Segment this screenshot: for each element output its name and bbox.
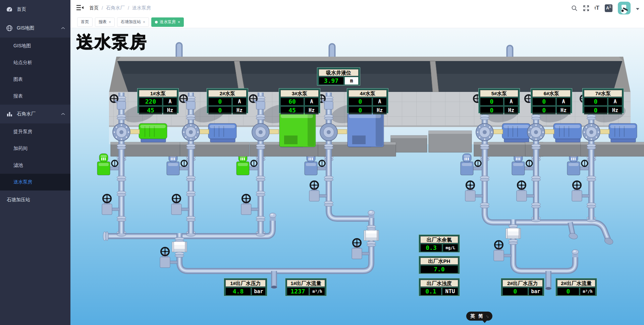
- sidebar-item-home[interactable]: 首页: [0, 0, 70, 19]
- pump-6-display: 6#水泵 0A 0Hz: [531, 89, 572, 113]
- active-dot-icon: [155, 21, 158, 23]
- globe-icon: [6, 25, 13, 32]
- chevron-up-icon: [61, 113, 65, 115]
- breadcrumb: 首页 / 石角水厂 / 送水泵房: [89, 0, 151, 16]
- sidebar-item-filter[interactable]: 滤池: [0, 157, 70, 174]
- outlet-chlorine-display: 出厂水余氯 0.3mg/L: [419, 235, 460, 252]
- avatar[interactable]: [618, 2, 631, 14]
- sidebar-item-shitang-station[interactable]: 石塘加压站: [0, 191, 70, 209]
- sidebar-item-label: 首页: [17, 6, 26, 12]
- line2-pressure-display: 2#出厂水压力 0bar: [501, 278, 544, 296]
- tab-home[interactable]: 首页: [77, 17, 93, 27]
- suction-basin: [109, 57, 631, 93]
- sidebar-item-gis-map[interactable]: GIS地图: [0, 38, 70, 54]
- breadcrumb-current: 送水泵房: [132, 5, 151, 11]
- sidebar-item-reports[interactable]: 报表: [0, 88, 70, 105]
- line1-pressure-display: 1#出厂水压力 4.8bar: [224, 278, 267, 296]
- breadcrumb-home[interactable]: 首页: [89, 5, 99, 11]
- page-title: 送水泵房: [76, 31, 148, 53]
- tab-shitang-station[interactable]: 石塘加压站×: [117, 17, 149, 27]
- outlet-turbidity-display: 出厂水浊度 0.1NTU: [419, 278, 460, 296]
- sidebar-submenu-shijiao: 提升泵房 加药间 滤池 送水泵房: [0, 123, 70, 191]
- tab-bar: 首页 报表× 石塘加压站× 送水泵房×: [70, 16, 644, 28]
- sidebar-group-shijiao-plant[interactable]: 石角水厂: [0, 105, 70, 123]
- sidebar: 首页 GIS地图 GIS地图 站点分析 图表 报表 石角水厂 提升泵房 加药间: [0, 0, 70, 325]
- close-icon[interactable]: ×: [143, 20, 145, 24]
- pump-5-display: 5#水泵 0A 0Hz: [479, 89, 520, 113]
- tab-delivery-pump-room[interactable]: 送水泵房×: [151, 17, 184, 27]
- bar-chart-icon: [6, 111, 13, 117]
- pump-3-display: 3#水泵 60A 45Hz: [279, 89, 320, 113]
- dashboard-icon: [6, 6, 13, 13]
- sidebar-group-label: 石角水厂: [17, 111, 36, 117]
- tab-reports[interactable]: 报表×: [95, 17, 115, 27]
- pump-7-display: 7#水泵 0A 0Hz: [583, 89, 624, 113]
- close-icon[interactable]: ×: [178, 20, 180, 24]
- chevron-up-icon: [61, 27, 65, 30]
- chevron-down-icon[interactable]: [636, 8, 639, 10]
- sidebar-item-dosing-room[interactable]: 加药间: [0, 140, 70, 157]
- search-icon[interactable]: [571, 5, 578, 11]
- pump-4-display: 4#水泵 0A 0Hz: [347, 89, 388, 113]
- sidebar-collapse-icon[interactable]: [76, 5, 84, 11]
- line2-flow-display: 2#出厂水流量 0m³/h: [556, 278, 597, 296]
- font-size-icon[interactable]: tT: [595, 5, 599, 11]
- pump-2-display: 2#水泵 0A 0Hz: [207, 89, 248, 113]
- close-icon[interactable]: ×: [109, 20, 111, 24]
- sidebar-item-lift-pump-room[interactable]: 提升泵房: [0, 123, 70, 140]
- breadcrumb-plant[interactable]: 石角水厂: [106, 5, 125, 11]
- sidebar-item-delivery-pump-room[interactable]: 送水泵房: [0, 174, 70, 191]
- translate-icon[interactable]: A文: [605, 4, 612, 12]
- cat-avatar-image: [618, 2, 631, 14]
- top-header: 首页 / 石角水厂 / 送水泵房 tT A文: [70, 0, 644, 16]
- left-manifold-piping: [103, 210, 379, 289]
- suction-well-level-display: 吸水井液位 3.97m: [317, 68, 360, 85]
- outlet-ph-display: 出厂水PH 7.0: [419, 256, 460, 274]
- sidebar-group-label: GIS地图: [17, 25, 34, 31]
- sidebar-item-site-analysis[interactable]: 站点分析: [0, 54, 70, 71]
- sidebar-submenu-gis: GIS地图 站点分析 图表 报表: [0, 38, 70, 105]
- sidebar-item-charts[interactable]: 图表: [0, 71, 70, 88]
- pump-1-display: 1#水泵 220A 45Hz: [138, 89, 178, 113]
- sidebar-group-gis[interactable]: GIS地图: [0, 19, 70, 38]
- fullscreen-icon[interactable]: [583, 5, 589, 11]
- hmi-content: 送水泵房 吸水井液位 3.97m 1#水泵 220A 45Hz 2#水泵 0A …: [70, 28, 644, 325]
- ime-language-indicator[interactable]: 英简·,: [466, 312, 492, 321]
- line1-flow-display: 1#出厂水流量 1237m³/h: [285, 278, 326, 296]
